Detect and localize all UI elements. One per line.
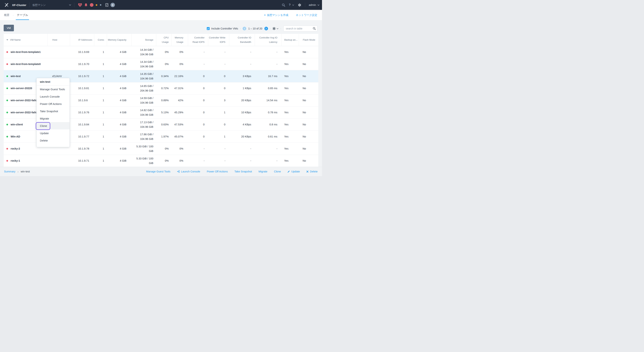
- menu-item-take-snapshot[interactable]: Take Snapshot: [36, 107, 70, 115]
- vm-status-dot: [6, 112, 8, 113]
- cell-controller-read-iops: 0: [188, 70, 208, 82]
- breadcrumb-summary[interactable]: Summary: [4, 170, 15, 173]
- entity-selector[interactable]: 仮想マシン: [32, 3, 71, 7]
- cell-cpu-usage: 0.89%: [156, 95, 172, 106]
- footer-action-manage-guest-tools[interactable]: Manage Guest Tools: [146, 170, 170, 173]
- column-header-controller-avg-io-latency[interactable]: Controller Avg IO Latency: [255, 34, 282, 46]
- cell-backup: Yes: [282, 82, 299, 94]
- alerts-bell-icon[interactable]: [84, 3, 88, 7]
- column-header-cores[interactable]: Cores: [94, 34, 107, 46]
- include-controller-vms-checkbox[interactable]: [207, 27, 210, 30]
- vm-name-text: win-server-2022-failo: [10, 98, 37, 103]
- table-settings-button[interactable]: [272, 27, 278, 30]
- cell-controller-read-iops: -: [188, 58, 208, 70]
- column-header-memory-usage[interactable]: Memory Usage: [172, 34, 188, 46]
- column-header-host[interactable]: Host: [48, 34, 70, 46]
- cell-controller-write-iops: -: [208, 155, 229, 167]
- cell-backup: Yes: [282, 46, 299, 58]
- search-input[interactable]: [284, 26, 318, 32]
- column-header-vm-name[interactable]: VM Name: [4, 34, 48, 46]
- vm-name-text: win-test-from-template1: [10, 50, 40, 54]
- cell-controller-io-bandwidth: 3 KBps: [229, 70, 255, 82]
- tab-overview[interactable]: 概要: [4, 10, 10, 20]
- topbar-divider: [29, 3, 30, 7]
- cell-controller-read-iops: 0: [188, 107, 208, 118]
- chevron-down-icon[interactable]: [318, 5, 320, 6]
- cell-controller-io-bandwidth: -: [229, 143, 255, 155]
- tasks-clipboard-icon[interactable]: [106, 3, 108, 7]
- footer-action-power-off-actions[interactable]: Power Off Actions: [207, 170, 228, 173]
- health-heart-icon[interactable]: [78, 3, 82, 7]
- column-header-cpu-usage[interactable]: CPU Usage: [156, 34, 172, 46]
- info-alerts-indicator[interactable]: [100, 4, 101, 6]
- cell-memory-capacity: 4 GiB: [107, 95, 131, 106]
- tab-separator: ·: [13, 14, 14, 17]
- column-header-controller-write-iops[interactable]: Controller Write IOPS: [208, 34, 229, 46]
- nutanix-logo-icon[interactable]: [4, 3, 9, 7]
- cell-ip-addresses: 10.1.9.77: [70, 131, 94, 143]
- cell-controller-read-iops: 0: [188, 131, 208, 143]
- create-vm-button[interactable]: +仮想マシンを作成: [264, 13, 288, 17]
- cell-storage: 5.33 GiB / 100 GiB: [131, 143, 156, 155]
- cell-controller-avg-io-latency: -: [255, 58, 282, 70]
- table-search: [284, 26, 318, 32]
- column-header-backup[interactable]: Backup an...: [282, 34, 299, 46]
- footer-action-migrate[interactable]: Migrate: [258, 170, 267, 173]
- cell-memory-usage: 45.07%: [172, 131, 188, 143]
- search-icon[interactable]: [282, 3, 285, 7]
- tab-table[interactable]: テーブル: [17, 10, 28, 20]
- vm-name-text: rocky-2: [10, 146, 20, 151]
- separator-dot: ·: [270, 27, 271, 30]
- column-header-memory-capacity[interactable]: Memory Capacity: [107, 34, 131, 46]
- footer-action-take-snapshot[interactable]: Take Snapshot: [234, 170, 252, 173]
- cell-memory-capacity: 4 GiB: [107, 107, 131, 118]
- prev-page-button[interactable]: [242, 27, 246, 30]
- table-row[interactable]: rocky-1 10.1.9.71 1 4 GiB 5.33 GiB / 100…: [4, 155, 318, 167]
- cell-memory-capacity: 4 GiB: [107, 119, 131, 131]
- footer-action-launch-console[interactable]: Launch Console: [177, 170, 200, 173]
- footer-action-delete[interactable]: Delete: [306, 170, 318, 173]
- cell-ip-addresses: 10.1.9.81: [70, 82, 94, 94]
- warning-alerts-indicator[interactable]: [96, 4, 97, 6]
- tasks-count-badge[interactable]: 0: [110, 3, 115, 7]
- topbar: XF-Cluster 仮想マシン: [0, 0, 322, 10]
- cell-flash-mode: No: [299, 95, 318, 106]
- menu-item-power-off-actions[interactable]: Power Off Actions: [36, 100, 70, 107]
- footer-bar: Summary › win-test Manage Guest Tools La…: [0, 167, 322, 176]
- menu-item-update[interactable]: Update: [36, 129, 70, 137]
- menu-item-migrate[interactable]: Migrate: [36, 115, 70, 122]
- column-header-storage[interactable]: Storage: [131, 34, 156, 46]
- user-menu[interactable]: admin: [309, 4, 316, 7]
- cell-flash-mode: No: [299, 119, 318, 131]
- column-header-controller-read-iops[interactable]: Controller Read IOPS: [188, 34, 208, 46]
- cell-storage: 14.59 GiB / 104.96 GiB: [131, 95, 156, 106]
- vm-name-text: rocky-1: [10, 159, 20, 163]
- critical-alerts-indicator[interactable]: [90, 3, 94, 7]
- menu-item-clone[interactable]: Clone: [36, 122, 70, 129]
- cell-storage: 14.35 GiB / 104.96 GiB: [131, 70, 156, 82]
- menu-item-manage-guest-tools[interactable]: Manage Guest Tools: [36, 86, 70, 93]
- settings-gear-icon[interactable]: [298, 3, 301, 7]
- menu-item-launch-console[interactable]: Launch Console: [36, 93, 70, 100]
- cell-controller-write-iops: -: [208, 46, 229, 58]
- next-page-button[interactable]: [264, 27, 268, 30]
- footer-actions: Manage Guest Tools Launch Console Power …: [140, 170, 322, 173]
- cell-cores: 1: [94, 95, 107, 106]
- cell-ip-addresses: 10.1.9.78: [70, 143, 94, 155]
- table-row[interactable]: win-test-from-template1 10.1.9.69 1 4 Gi…: [4, 46, 318, 58]
- cell-controller-write-iops: 0: [208, 82, 229, 94]
- table-row[interactable]: win-test-from-template0 10.1.9.70 1 4 Gi…: [4, 58, 318, 70]
- footer-action-update[interactable]: Update: [288, 170, 300, 173]
- column-header-controller-io-bandwidth[interactable]: Controller IO Bandwidth: [229, 34, 255, 46]
- column-header-flash-mode[interactable]: Flash Mode: [299, 34, 318, 46]
- help-button[interactable]: ?: [289, 3, 291, 7]
- breadcrumb: Summary › win-test: [4, 170, 30, 173]
- cell-controller-avg-io-latency: 0.61 ms: [255, 131, 282, 143]
- cell-controller-io-bandwidth: 20 KBps: [229, 95, 255, 106]
- footer-action-clone[interactable]: Clone: [274, 170, 281, 173]
- network-config-button[interactable]: ネットワーク設定: [296, 13, 317, 17]
- chevron-down-icon[interactable]: [292, 5, 294, 6]
- menu-item-delete[interactable]: Delete: [36, 137, 70, 144]
- column-header-ip-addresses[interactable]: IP Addresses: [70, 34, 94, 46]
- vm-type-button[interactable]: VM: [4, 25, 14, 31]
